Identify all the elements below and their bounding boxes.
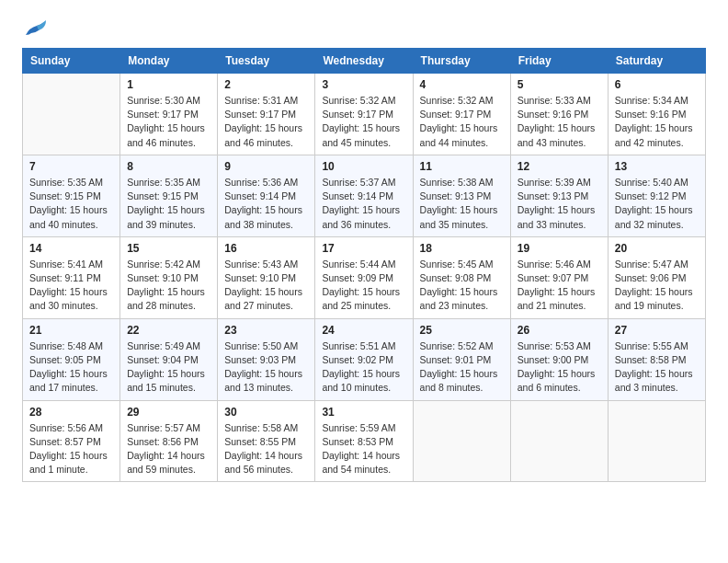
day-number: 12 [518, 160, 601, 173]
calendar-cell: 29Sunrise: 5:57 AM Sunset: 8:56 PM Dayli… [120, 400, 218, 482]
calendar-cell: 5Sunrise: 5:33 AM Sunset: 9:16 PM Daylig… [510, 74, 608, 155]
weekday-header-sunday: Sunday [23, 49, 120, 74]
calendar-cell: 11Sunrise: 5:38 AM Sunset: 9:13 PM Dayli… [413, 155, 510, 236]
day-number: 5 [518, 78, 601, 91]
day-number: 31 [322, 406, 405, 419]
day-info: Sunrise: 5:45 AM Sunset: 9:08 PM Dayligh… [420, 258, 504, 314]
calendar-cell: 4Sunrise: 5:32 AM Sunset: 9:17 PM Daylig… [413, 74, 510, 155]
day-number: 3 [322, 78, 405, 91]
day-info: Sunrise: 5:44 AM Sunset: 9:09 PM Dayligh… [322, 258, 405, 314]
calendar-cell: 31Sunrise: 5:59 AM Sunset: 8:53 PM Dayli… [315, 400, 413, 482]
calendar-cell: 25Sunrise: 5:52 AM Sunset: 9:01 PM Dayli… [413, 318, 510, 400]
day-number: 14 [29, 242, 113, 255]
day-info: Sunrise: 5:43 AM Sunset: 9:10 PM Dayligh… [224, 258, 308, 314]
day-number: 16 [224, 242, 308, 255]
week-row-2: 7Sunrise: 5:35 AM Sunset: 9:15 PM Daylig… [23, 155, 706, 236]
calendar-cell: 7Sunrise: 5:35 AM Sunset: 9:15 PM Daylig… [23, 155, 120, 236]
day-number: 8 [127, 160, 210, 173]
day-number: 22 [127, 324, 210, 337]
day-number: 27 [615, 324, 699, 337]
calendar-cell: 1Sunrise: 5:30 AM Sunset: 9:17 PM Daylig… [120, 74, 218, 155]
day-number: 24 [322, 324, 405, 337]
day-number: 17 [322, 242, 405, 255]
day-info: Sunrise: 5:42 AM Sunset: 9:10 PM Dayligh… [127, 258, 210, 314]
day-number: 15 [127, 242, 210, 255]
day-number: 19 [518, 242, 601, 255]
day-number: 28 [29, 406, 113, 419]
calendar-cell: 10Sunrise: 5:37 AM Sunset: 9:14 PM Dayli… [315, 155, 413, 236]
calendar-cell: 18Sunrise: 5:45 AM Sunset: 9:08 PM Dayli… [413, 236, 510, 318]
weekday-header-monday: Monday [120, 49, 218, 74]
logo [22, 18, 51, 39]
day-number: 7 [29, 160, 113, 173]
calendar-cell: 22Sunrise: 5:49 AM Sunset: 9:04 PM Dayli… [120, 318, 218, 400]
calendar-cell [413, 400, 510, 482]
day-info: Sunrise: 5:34 AM Sunset: 9:16 PM Dayligh… [615, 94, 699, 150]
day-info: Sunrise: 5:40 AM Sunset: 9:12 PM Dayligh… [615, 176, 699, 232]
day-number: 6 [615, 78, 699, 91]
day-info: Sunrise: 5:56 AM Sunset: 8:57 PM Dayligh… [29, 421, 113, 477]
calendar-cell: 15Sunrise: 5:42 AM Sunset: 9:10 PM Dayli… [120, 236, 218, 318]
day-info: Sunrise: 5:57 AM Sunset: 8:56 PM Dayligh… [127, 421, 210, 477]
day-info: Sunrise: 5:38 AM Sunset: 9:13 PM Dayligh… [420, 176, 504, 232]
day-number: 10 [322, 160, 405, 173]
calendar-cell: 17Sunrise: 5:44 AM Sunset: 9:09 PM Dayli… [315, 236, 413, 318]
day-info: Sunrise: 5:32 AM Sunset: 9:17 PM Dayligh… [322, 94, 405, 150]
day-info: Sunrise: 5:51 AM Sunset: 9:02 PM Dayligh… [322, 339, 405, 396]
day-info: Sunrise: 5:49 AM Sunset: 9:04 PM Dayligh… [127, 339, 210, 396]
day-info: Sunrise: 5:35 AM Sunset: 9:15 PM Dayligh… [127, 176, 210, 232]
week-row-5: 28Sunrise: 5:56 AM Sunset: 8:57 PM Dayli… [23, 400, 706, 482]
day-info: Sunrise: 5:50 AM Sunset: 9:03 PM Dayligh… [224, 339, 308, 396]
day-number: 26 [518, 324, 601, 337]
day-number: 23 [224, 324, 308, 337]
day-info: Sunrise: 5:55 AM Sunset: 8:58 PM Dayligh… [615, 339, 699, 396]
calendar-cell: 26Sunrise: 5:53 AM Sunset: 9:00 PM Dayli… [510, 318, 608, 400]
calendar-cell: 20Sunrise: 5:47 AM Sunset: 9:06 PM Dayli… [608, 236, 705, 318]
week-row-1: 1Sunrise: 5:30 AM Sunset: 9:17 PM Daylig… [23, 74, 706, 155]
day-number: 11 [420, 160, 504, 173]
day-info: Sunrise: 5:41 AM Sunset: 9:11 PM Dayligh… [29, 258, 113, 314]
logo-bird-icon [22, 18, 48, 39]
day-number: 30 [224, 406, 308, 419]
calendar-cell: 6Sunrise: 5:34 AM Sunset: 9:16 PM Daylig… [608, 74, 705, 155]
calendar-cell: 8Sunrise: 5:35 AM Sunset: 9:15 PM Daylig… [120, 155, 218, 236]
calendar-cell: 23Sunrise: 5:50 AM Sunset: 9:03 PM Dayli… [218, 318, 315, 400]
calendar-cell: 27Sunrise: 5:55 AM Sunset: 8:58 PM Dayli… [608, 318, 705, 400]
day-number: 13 [615, 160, 699, 173]
weekday-header-row: SundayMondayTuesdayWednesdayThursdayFrid… [23, 49, 706, 74]
day-info: Sunrise: 5:48 AM Sunset: 9:05 PM Dayligh… [29, 339, 113, 396]
day-info: Sunrise: 5:58 AM Sunset: 8:55 PM Dayligh… [224, 421, 308, 477]
day-number: 20 [615, 242, 699, 255]
day-info: Sunrise: 5:30 AM Sunset: 9:17 PM Dayligh… [127, 94, 210, 150]
day-number: 18 [420, 242, 504, 255]
day-number: 1 [127, 78, 210, 91]
header [22, 18, 706, 39]
day-number: 29 [127, 406, 210, 419]
calendar-cell: 28Sunrise: 5:56 AM Sunset: 8:57 PM Dayli… [23, 400, 120, 482]
day-info: Sunrise: 5:47 AM Sunset: 9:06 PM Dayligh… [615, 258, 699, 314]
day-info: Sunrise: 5:52 AM Sunset: 9:01 PM Dayligh… [420, 339, 504, 396]
day-info: Sunrise: 5:46 AM Sunset: 9:07 PM Dayligh… [518, 258, 601, 314]
weekday-header-wednesday: Wednesday [315, 49, 413, 74]
day-info: Sunrise: 5:33 AM Sunset: 9:16 PM Dayligh… [518, 94, 601, 150]
calendar-cell: 21Sunrise: 5:48 AM Sunset: 9:05 PM Dayli… [23, 318, 120, 400]
calendar-cell: 13Sunrise: 5:40 AM Sunset: 9:12 PM Dayli… [608, 155, 705, 236]
calendar-cell: 24Sunrise: 5:51 AM Sunset: 9:02 PM Dayli… [315, 318, 413, 400]
day-number: 9 [224, 160, 308, 173]
calendar-cell [510, 400, 608, 482]
calendar-cell [23, 74, 120, 155]
calendar-cell: 3Sunrise: 5:32 AM Sunset: 9:17 PM Daylig… [315, 74, 413, 155]
day-info: Sunrise: 5:37 AM Sunset: 9:14 PM Dayligh… [322, 176, 405, 232]
day-number: 4 [420, 78, 504, 91]
calendar-cell: 30Sunrise: 5:58 AM Sunset: 8:55 PM Dayli… [218, 400, 315, 482]
day-number: 2 [224, 78, 308, 91]
day-info: Sunrise: 5:39 AM Sunset: 9:13 PM Dayligh… [518, 176, 601, 232]
weekday-header-tuesday: Tuesday [218, 49, 315, 74]
day-number: 25 [420, 324, 504, 337]
calendar-cell: 9Sunrise: 5:36 AM Sunset: 9:14 PM Daylig… [218, 155, 315, 236]
weekday-header-thursday: Thursday [413, 49, 510, 74]
calendar-cell [608, 400, 705, 482]
day-info: Sunrise: 5:53 AM Sunset: 9:00 PM Dayligh… [518, 339, 601, 396]
day-number: 21 [29, 324, 113, 337]
calendar-cell: 14Sunrise: 5:41 AM Sunset: 9:11 PM Dayli… [23, 236, 120, 318]
